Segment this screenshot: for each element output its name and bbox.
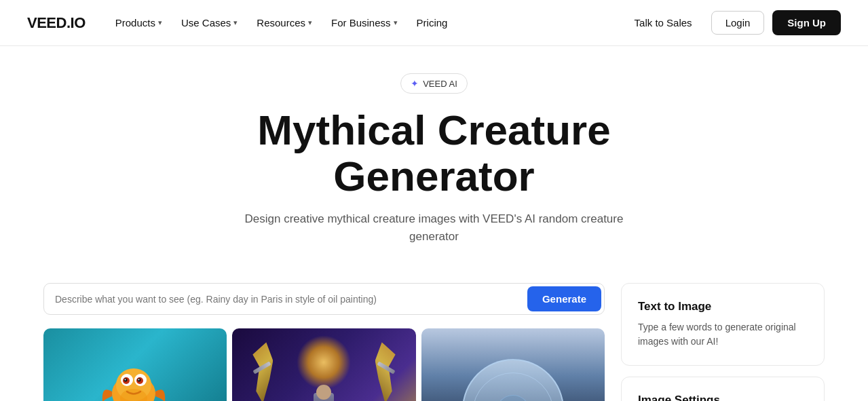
text-to-image-desc: Type a few words to generate original im… <box>638 320 808 349</box>
svg-point-8 <box>125 379 126 380</box>
fish-illustration <box>43 328 227 401</box>
nav-usecases-label: Use Cases <box>181 17 231 28</box>
nav-forbusiness-label: For Business <box>331 17 391 28</box>
generate-button[interactable]: Generate <box>527 286 601 311</box>
navbar: VEED.IO Products ▾ Use Cases ▾ Resources… <box>0 0 868 46</box>
nav-pricing-label: Pricing <box>417 17 448 28</box>
nav-item-forbusiness[interactable]: For Business ▾ <box>323 12 406 34</box>
text-to-image-title: Text to Image <box>638 300 808 313</box>
sparkle-icon: ✦ <box>411 78 419 89</box>
chevron-down-icon: ▾ <box>308 18 312 27</box>
badge-label: VEED AI <box>423 79 457 89</box>
signup-button[interactable]: Sign Up <box>772 10 841 35</box>
image-grid <box>43 328 605 401</box>
prompt-input[interactable] <box>55 288 527 310</box>
hero-subtitle: Design creative mythical creature images… <box>231 210 638 245</box>
image-settings-title: Image Settings <box>638 394 808 401</box>
nav-item-pricing[interactable]: Pricing <box>409 12 456 34</box>
main-content: Generate <box>0 283 868 401</box>
nav-links: Products ▾ Use Cases ▾ Resources ▾ For B… <box>107 12 456 34</box>
image-card-fish[interactable] <box>43 328 227 401</box>
nav-item-usecases[interactable]: Use Cases ▾ <box>173 12 246 34</box>
svg-point-9 <box>138 379 140 380</box>
right-panel: Text to Image Type a few words to genera… <box>621 283 825 401</box>
nav-item-products[interactable]: Products ▾ <box>107 12 170 34</box>
chevron-down-icon: ▾ <box>394 18 398 27</box>
login-button[interactable]: Login <box>711 11 765 35</box>
prompt-search-bar: Generate <box>43 283 605 315</box>
image-card-dome[interactable] <box>421 328 605 401</box>
left-panel: Generate <box>43 283 605 401</box>
image-card-warrior[interactable] <box>232 328 415 401</box>
nav-item-resources[interactable]: Resources ▾ <box>248 12 320 34</box>
chevron-down-icon: ▾ <box>158 18 162 27</box>
talk-to-sales-button[interactable]: Talk to Sales <box>624 12 703 34</box>
image-settings-card: Image Settings Resolution 256x256 512x51… <box>621 377 825 401</box>
page-title: Mythical Creature Generator <box>156 107 713 199</box>
chevron-down-icon: ▾ <box>233 18 238 27</box>
navbar-left: VEED.IO Products ▾ Use Cases ▾ Resources… <box>27 12 455 34</box>
navbar-right: Talk to Sales Login Sign Up <box>624 10 841 35</box>
hero-section: ✦ VEED AI Mythical Creature Generator De… <box>0 46 868 283</box>
veed-ai-badge[interactable]: ✦ VEED AI <box>400 73 468 94</box>
nav-products-label: Products <box>115 17 155 28</box>
text-to-image-card: Text to Image Type a few words to genera… <box>621 283 825 366</box>
logo[interactable]: VEED.IO <box>27 14 86 32</box>
nav-resources-label: Resources <box>257 17 305 28</box>
